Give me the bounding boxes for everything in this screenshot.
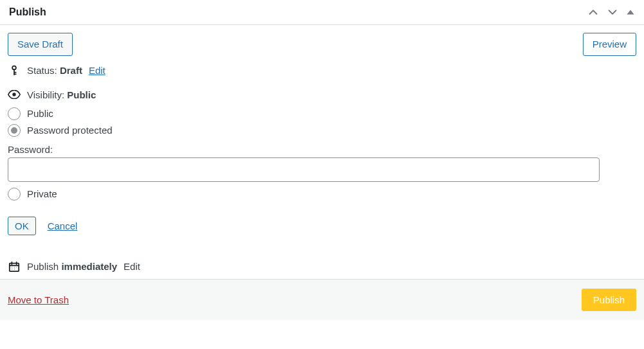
panel-move-up-icon[interactable] — [587, 6, 599, 18]
password-input[interactable] — [8, 157, 600, 182]
svg-point-1 — [12, 93, 15, 96]
calendar-icon — [8, 261, 21, 273]
key-icon — [8, 65, 21, 76]
visibility-value: Public — [67, 89, 96, 100]
schedule-label: Publish immediately — [27, 261, 117, 272]
status-edit-link[interactable]: Edit — [89, 65, 106, 76]
panel-move-down-icon[interactable] — [607, 6, 618, 18]
status-value: Draft — [60, 65, 82, 76]
schedule-edit-link[interactable]: Edit — [124, 261, 140, 272]
cancel-link[interactable]: Cancel — [48, 220, 78, 231]
publish-button[interactable]: Publish — [582, 289, 636, 311]
status-label: Status: Draft — [27, 65, 82, 76]
move-to-trash-link[interactable]: Move to Trash — [8, 294, 69, 305]
visibility-radio-public[interactable] — [8, 107, 21, 120]
panel-header-controls — [587, 6, 635, 18]
eye-icon — [8, 90, 21, 99]
preview-button[interactable]: Preview — [583, 33, 636, 56]
visibility-label: Visibility: Public — [27, 89, 96, 100]
ok-button[interactable]: OK — [8, 217, 36, 235]
visibility-radio-password-protected[interactable] — [8, 124, 21, 137]
schedule-value: immediately — [61, 261, 117, 272]
panel-toggle-icon[interactable] — [626, 8, 635, 17]
visibility-radio-private[interactable] — [8, 188, 21, 201]
save-draft-button[interactable]: Save Draft — [8, 33, 73, 56]
password-label: Password: — [8, 144, 636, 155]
panel-title: Publish — [9, 6, 46, 18]
visibility-option-password-label: Password protected — [27, 125, 113, 136]
visibility-option-private-label: Private — [27, 188, 57, 199]
visibility-option-public-label: Public — [27, 108, 53, 119]
